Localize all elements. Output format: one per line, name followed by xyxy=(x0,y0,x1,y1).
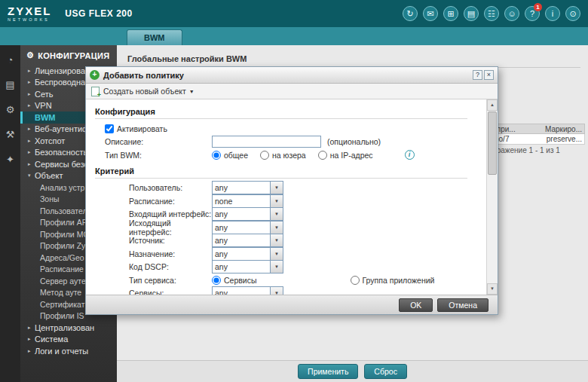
table-row[interactable]: no/7 preserve... xyxy=(492,134,585,145)
logout-icon[interactable]: ⊙ xyxy=(565,6,580,21)
chevron-right-icon: ▸ xyxy=(28,138,35,144)
service-label: Сервисы: xyxy=(129,289,212,295)
bwm-type-row: Тип BWM: общее на юзера на IP-адрес i xyxy=(86,148,482,162)
dashboard-icon[interactable]: ◔ xyxy=(8,54,14,66)
user-label: Пользователь: xyxy=(129,183,212,192)
source-select[interactable]: any▼ xyxy=(212,234,283,247)
sidebar-item-logs[interactable]: ▸Логи и отчеты xyxy=(20,345,117,357)
configuration-icon[interactable]: ⚙ xyxy=(6,104,15,115)
bwm-type-per-ip-radio[interactable] xyxy=(318,151,327,160)
table-cell: preserve... xyxy=(547,135,582,143)
ok-button[interactable]: OK xyxy=(399,298,433,312)
cancel-button[interactable]: Отмена xyxy=(437,298,488,312)
dropdown-arrow-icon: ▼ xyxy=(271,207,283,221)
sidebar-item-label: Централизован xyxy=(35,323,94,332)
feedback-icon[interactable]: ? 1 xyxy=(525,6,540,21)
info-icon[interactable]: i xyxy=(545,6,560,21)
enable-checkbox[interactable] xyxy=(105,124,114,133)
scroll-up-icon[interactable]: ▲ xyxy=(487,99,498,111)
sidebar-item-label: VPN xyxy=(35,101,52,110)
chevron-right-icon: ▸ xyxy=(28,348,35,354)
dialog-scrollbar[interactable]: ▲ ▼ xyxy=(486,99,498,295)
service-object-radio[interactable] xyxy=(212,276,221,285)
sidebar-section-title: ⚙ КОНФИГУРАЦИЯ xyxy=(20,45,117,65)
incoming-interface-select[interactable]: any▼ xyxy=(212,207,283,221)
dialog-body: Конфигурация Активировать Описание: (опц… xyxy=(86,99,498,295)
bwm-type-per-user-radio[interactable] xyxy=(260,151,269,160)
sidebar-item-system[interactable]: ▸Система xyxy=(20,334,117,346)
monitoring-icon[interactable]: ▤ xyxy=(5,79,14,90)
select-value: any xyxy=(212,207,271,221)
scroll-down-icon[interactable]: ▼ xyxy=(487,283,498,295)
select-value: any xyxy=(212,260,271,274)
chevron-down-icon: ▼ xyxy=(189,89,194,94)
destination-select[interactable]: any▼ xyxy=(212,247,283,261)
app-header: ZYXEL NETWORKS USG FLEX 200 ↻ ✉ ⊞ ▤ ☷ ☺ … xyxy=(0,0,588,27)
dropdown-arrow-icon: ▼ xyxy=(271,286,283,295)
bwm-type-label: Тип BWM: xyxy=(105,151,212,160)
logout-glyph: ⊙ xyxy=(569,9,576,19)
reset-button[interactable]: Сброс xyxy=(364,364,407,379)
source-label: Источник: xyxy=(129,236,212,245)
description-input[interactable] xyxy=(212,136,321,148)
sidebar-item-label: Хотспот xyxy=(35,136,65,145)
web-console-icon[interactable]: ⊞ xyxy=(443,6,458,21)
user-select[interactable]: any▼ xyxy=(212,181,283,194)
tab-bwm[interactable]: BWM xyxy=(127,29,182,45)
product-name: USG FLEX 200 xyxy=(65,8,132,19)
wizard-icon[interactable]: ✦ xyxy=(6,154,14,165)
chevron-right-icon: ▸ xyxy=(28,68,35,74)
content-footer: Применить Сброс xyxy=(117,360,588,382)
cli-icon[interactable]: ▤ xyxy=(464,6,479,21)
sidebar-item-label: Профили AP xyxy=(40,218,87,227)
page-title: Глобальные настройки BWM xyxy=(117,45,588,67)
close-icon[interactable]: × xyxy=(484,70,494,80)
dropdown-arrow-icon: ▼ xyxy=(271,194,283,208)
table-header-fragment: /при... Маркиро... xyxy=(492,124,585,134)
community-glyph: ☺ xyxy=(507,9,516,18)
info-tooltip-icon[interactable]: i xyxy=(405,150,415,160)
radio-label: Сервисы xyxy=(224,276,257,285)
sidebar-item-label: Сервер ауте xyxy=(40,277,86,286)
bwm-type-shared-radio[interactable] xyxy=(212,151,221,160)
schedule-row: Расписание: none▼ xyxy=(86,194,482,208)
netflow-icon[interactable]: ☷ xyxy=(484,6,499,21)
sidebar-item-label: BWM xyxy=(35,113,56,122)
sidebar-item-label: Профили MC xyxy=(40,230,89,239)
apply-button[interactable]: Применить xyxy=(298,364,358,379)
sidebar-item-centralized[interactable]: ▸Централизован xyxy=(20,322,117,334)
section-configuration: Конфигурация xyxy=(95,107,467,119)
description-row: Описание: (опционально) xyxy=(86,136,482,149)
messages-icon[interactable]: ✉ xyxy=(423,6,438,21)
user-row: Пользователь: any▼ xyxy=(86,182,482,195)
incoming-interface-label: Входящий интерфейс: xyxy=(129,209,212,219)
radio-label: общее xyxy=(224,151,248,160)
dialog-titlebar[interactable]: + Добавить политику ? × xyxy=(86,67,498,84)
schedule-select[interactable]: none▼ xyxy=(212,194,283,208)
select-value: any xyxy=(212,286,271,295)
dscp-code-select[interactable]: any▼ xyxy=(212,260,283,274)
create-object-button[interactable]: Создать новый объект ▼ xyxy=(86,84,498,99)
firmware-icon[interactable]: ↻ xyxy=(403,6,418,21)
sidebar-item-label: Профили Zy xyxy=(40,241,85,250)
sidebar-item-label: Сеть xyxy=(35,90,53,99)
firmware-glyph: ↻ xyxy=(406,9,413,19)
outgoing-interface-select[interactable]: any▼ xyxy=(212,221,283,234)
select-value: any xyxy=(212,234,271,247)
chevron-right-icon: ▸ xyxy=(28,161,35,167)
community-icon[interactable]: ☺ xyxy=(504,6,519,21)
help-icon[interactable]: ? xyxy=(473,70,482,80)
source-row: Источник: any▼ xyxy=(86,234,482,248)
dscp-code-row: Код DSCP: any▼ xyxy=(86,261,482,274)
application-group-radio[interactable] xyxy=(351,276,360,285)
add-policy-dialog: + Добавить политику ? × Создать новый об… xyxy=(85,66,498,315)
icon-rail: ◔ ▤ ⚙ ⚒ ✦ xyxy=(0,45,20,382)
chevron-down-icon: ▾ xyxy=(28,173,35,179)
chevron-right-icon: ▸ xyxy=(28,79,35,85)
service-select[interactable]: any▼ xyxy=(212,286,283,295)
zyxel-logo: ZYXEL NETWORKS xyxy=(8,5,51,23)
chevron-right-icon: ▸ xyxy=(28,149,35,155)
maintenance-icon[interactable]: ⚒ xyxy=(6,129,15,140)
outgoing-interface-label: Исходящий интерфейс: xyxy=(129,219,212,237)
scrollbar-thumb[interactable] xyxy=(488,112,497,175)
